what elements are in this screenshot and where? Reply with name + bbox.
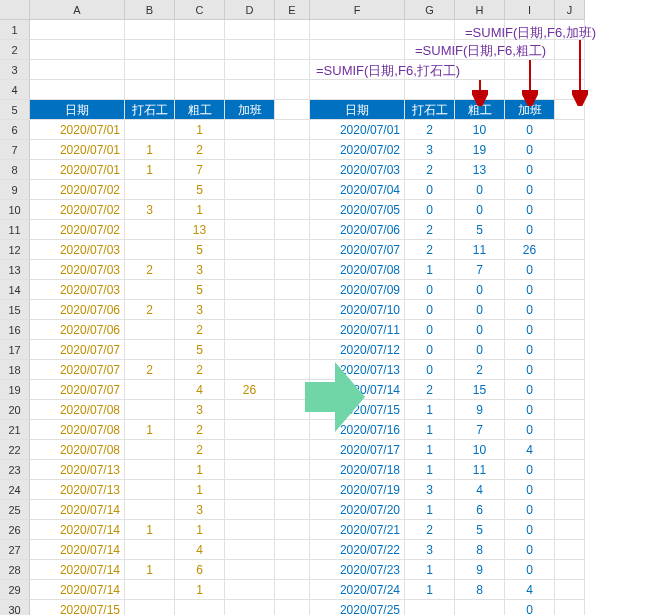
cell[interactable]: 3 — [405, 480, 455, 500]
cell[interactable] — [125, 460, 175, 480]
cell[interactable]: 2020/07/23 — [310, 560, 405, 580]
row-header[interactable]: 26 — [0, 520, 30, 540]
cell[interactable] — [555, 60, 585, 80]
row-header[interactable]: 20 — [0, 400, 30, 420]
cell[interactable]: 2020/07/03 — [310, 160, 405, 180]
cell[interactable]: 2020/07/25 — [310, 600, 405, 615]
cell[interactable] — [555, 580, 585, 600]
cell[interactable]: 10 — [455, 440, 505, 460]
cell[interactable]: 4 — [175, 540, 225, 560]
row-header[interactable]: 15 — [0, 300, 30, 320]
cell[interactable]: 9 — [455, 400, 505, 420]
cell[interactable] — [275, 340, 310, 360]
row-header[interactable]: 12 — [0, 240, 30, 260]
row-header[interactable]: 28 — [0, 560, 30, 580]
cell[interactable] — [555, 260, 585, 280]
cell[interactable]: 0 — [505, 220, 555, 240]
cell[interactable] — [555, 420, 585, 440]
cell[interactable]: 6 — [175, 560, 225, 580]
cell[interactable]: 5 — [175, 340, 225, 360]
cell[interactable]: 2020/07/01 — [30, 140, 125, 160]
cell[interactable]: 2 — [405, 220, 455, 240]
cell[interactable] — [555, 200, 585, 220]
cell[interactable]: 3 — [405, 140, 455, 160]
cell[interactable] — [125, 380, 175, 400]
cell[interactable]: 1 — [175, 480, 225, 500]
cell[interactable] — [555, 540, 585, 560]
cell[interactable] — [30, 80, 125, 100]
cell[interactable] — [275, 220, 310, 240]
cell[interactable]: 0 — [405, 180, 455, 200]
cell[interactable]: 2020/07/06 — [30, 300, 125, 320]
cell[interactable]: 2020/07/10 — [310, 300, 405, 320]
cell[interactable] — [275, 320, 310, 340]
row-header[interactable]: 3 — [0, 60, 30, 80]
cell[interactable] — [275, 540, 310, 560]
cell[interactable]: 0 — [505, 520, 555, 540]
cell[interactable] — [555, 400, 585, 420]
cell[interactable] — [555, 520, 585, 540]
cell[interactable] — [555, 140, 585, 160]
row-header[interactable]: 4 — [0, 80, 30, 100]
cell[interactable] — [310, 20, 405, 40]
row-header[interactable]: 18 — [0, 360, 30, 380]
cell[interactable]: 2020/07/12 — [310, 340, 405, 360]
cell[interactable]: 0 — [455, 180, 505, 200]
cell[interactable] — [125, 80, 175, 100]
col-header-C[interactable]: C — [175, 0, 225, 20]
cell[interactable] — [225, 320, 275, 340]
cell[interactable] — [555, 300, 585, 320]
cell[interactable]: 0 — [405, 340, 455, 360]
cell[interactable]: 1 — [405, 400, 455, 420]
cell[interactable]: 4 — [455, 480, 505, 500]
cell[interactable]: 2020/07/20 — [310, 500, 405, 520]
cell[interactable]: 加班 — [505, 100, 555, 120]
row-header[interactable]: 2 — [0, 40, 30, 60]
row-header[interactable]: 7 — [0, 140, 30, 160]
cell[interactable]: 0 — [505, 360, 555, 380]
cell[interactable]: 15 — [455, 380, 505, 400]
cell[interactable]: 13 — [455, 160, 505, 180]
cell[interactable]: 2020/07/13 — [30, 460, 125, 480]
cell[interactable]: 2 — [175, 140, 225, 160]
cell[interactable] — [275, 580, 310, 600]
col-header-H[interactable]: H — [455, 0, 505, 20]
cell[interactable] — [225, 20, 275, 40]
cell[interactable]: 2 — [125, 260, 175, 280]
col-header-G[interactable]: G — [405, 0, 455, 20]
cell[interactable]: 粗工 — [175, 100, 225, 120]
cell[interactable]: 8 — [455, 540, 505, 560]
cell[interactable] — [125, 340, 175, 360]
cell[interactable]: 2020/07/18 — [310, 460, 405, 480]
cell[interactable]: 2020/07/14 — [30, 520, 125, 540]
cell[interactable] — [455, 80, 505, 100]
cell[interactable]: 1 — [175, 580, 225, 600]
cell[interactable] — [275, 560, 310, 580]
cell[interactable]: 0 — [505, 340, 555, 360]
cell[interactable] — [125, 280, 175, 300]
cell[interactable]: 2 — [175, 360, 225, 380]
cell[interactable] — [125, 600, 175, 615]
cell[interactable]: 打石工 — [125, 100, 175, 120]
cell[interactable] — [275, 140, 310, 160]
row-header[interactable]: 23 — [0, 460, 30, 480]
cell[interactable] — [555, 500, 585, 520]
cell[interactable] — [225, 400, 275, 420]
cell[interactable]: 1 — [405, 500, 455, 520]
cell[interactable] — [275, 200, 310, 220]
row-header[interactable]: 9 — [0, 180, 30, 200]
cell[interactable] — [275, 60, 310, 80]
cell[interactable] — [405, 20, 455, 40]
cell[interactable]: 2 — [405, 380, 455, 400]
cell[interactable]: 0 — [455, 300, 505, 320]
cell[interactable]: 1 — [175, 460, 225, 480]
cell[interactable]: 0 — [405, 320, 455, 340]
col-header-B[interactable]: B — [125, 0, 175, 20]
row-header[interactable]: 8 — [0, 160, 30, 180]
cell[interactable]: 2 — [125, 360, 175, 380]
cell[interactable] — [225, 600, 275, 615]
cell[interactable]: 0 — [505, 280, 555, 300]
cell[interactable] — [555, 220, 585, 240]
cell[interactable]: 26 — [505, 240, 555, 260]
row-header[interactable]: 24 — [0, 480, 30, 500]
